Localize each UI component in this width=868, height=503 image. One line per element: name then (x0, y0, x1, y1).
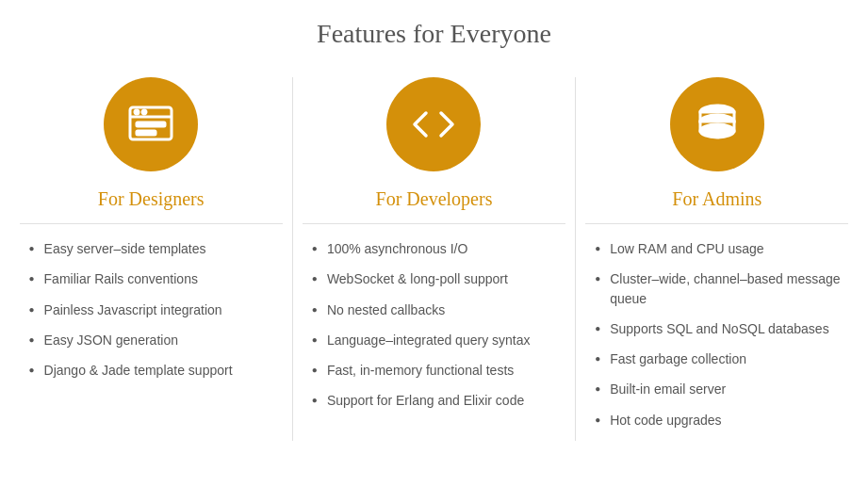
designers-divider (20, 223, 283, 224)
list-item: Django & Jade template support (29, 361, 283, 380)
designers-feature-list: Easy server–side templates Familiar Rail… (20, 239, 283, 391)
svg-rect-5 (137, 131, 156, 135)
column-designers: For Designers Easy server–side templates… (10, 77, 293, 441)
developers-feature-list: 100% asynchronous I/O WebSocket & long-p… (303, 239, 565, 422)
database-icon (693, 100, 742, 149)
list-item: Easy JSON generation (29, 331, 283, 349)
column-developers: For Developers 100% asynchronous I/O Web… (293, 77, 576, 441)
developers-title: For Developers (376, 188, 493, 210)
developers-icon-circle (386, 77, 481, 171)
admins-title: For Admins (672, 188, 762, 210)
list-item: Fast, in-memory functional tests (312, 361, 565, 380)
list-item: Painless Javascript integration (29, 300, 283, 319)
list-item: Language–integrated query syntax (312, 331, 565, 349)
page-title: Features for Everyone (317, 19, 551, 49)
column-admins: For Admins Low RAM and CPU usage Cluster… (576, 77, 858, 441)
svg-point-3 (142, 110, 146, 114)
svg-rect-4 (137, 122, 165, 126)
code-icon (409, 100, 458, 149)
list-item: Hot code upgrades (595, 411, 848, 430)
list-item: WebSocket & long-poll support (312, 269, 565, 288)
list-item: 100% asynchronous I/O (312, 239, 565, 258)
list-item: Supports SQL and NoSQL databases (595, 319, 848, 338)
features-columns: For Designers Easy server–side templates… (10, 77, 859, 441)
browser-icon (126, 100, 175, 149)
svg-point-10 (700, 124, 734, 138)
svg-point-2 (135, 110, 139, 114)
list-item: Support for Erlang and Elixir code (312, 391, 565, 410)
list-item: Easy server–side templates (29, 239, 283, 258)
developers-divider (303, 223, 565, 224)
list-item: Built-in email server (595, 380, 848, 398)
admins-feature-list: Low RAM and CPU usage Cluster–wide, chan… (585, 239, 848, 441)
list-item: No nested callbacks (312, 300, 565, 319)
designers-icon-circle (104, 77, 198, 171)
list-item: Cluster–wide, channel–based message queu… (595, 269, 848, 308)
list-item: Fast garbage collection (595, 349, 848, 368)
designers-title: For Designers (98, 188, 205, 210)
admins-divider (585, 223, 848, 224)
list-item: Low RAM and CPU usage (595, 239, 848, 258)
list-item: Familiar Rails conventions (29, 269, 283, 288)
admins-icon-circle (670, 77, 764, 171)
